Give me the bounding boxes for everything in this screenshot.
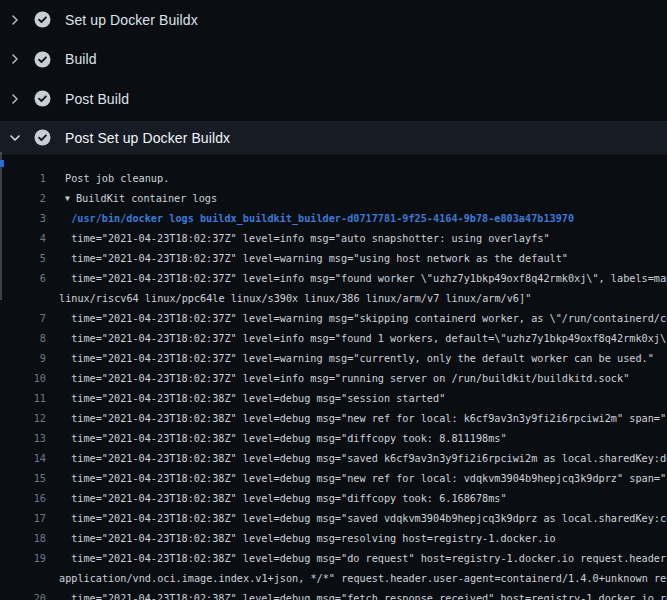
log-line-text: time="2021-04-23T18:02:37Z" level=warnin… bbox=[59, 249, 667, 269]
log-line-text: time="2021-04-23T18:02:38Z" level=debug … bbox=[59, 489, 667, 509]
log-line-number[interactable]: 10 bbox=[0, 369, 46, 389]
log-line-number[interactable] bbox=[0, 289, 46, 309]
step-label: Build bbox=[65, 51, 97, 67]
step-row-build[interactable]: Build bbox=[0, 40, 667, 80]
check-circle-icon bbox=[34, 90, 51, 107]
log-line-number[interactable]: 14 bbox=[0, 449, 46, 469]
log-line: 7 time="2021-04-23T18:02:37Z" level=warn… bbox=[0, 309, 667, 329]
log-line-text: time="2021-04-23T18:02:38Z" level=debug … bbox=[59, 509, 667, 529]
log-line: linux/riscv64 linux/ppc64le linux/s390x … bbox=[0, 289, 667, 309]
log-line-number[interactable]: 17 bbox=[0, 509, 46, 529]
log-line-text: application/vnd.oci.image.index.v1+json,… bbox=[59, 569, 667, 589]
log-line-number[interactable]: 18 bbox=[0, 529, 46, 549]
log-line: 17 time="2021-04-23T18:02:38Z" level=deb… bbox=[0, 509, 667, 529]
log-line-text: time="2021-04-23T18:02:38Z" level=debug … bbox=[59, 429, 667, 449]
log-line: 6 time="2021-04-23T18:02:37Z" level=info… bbox=[0, 269, 667, 289]
log-line-number[interactable]: 19 bbox=[0, 549, 46, 569]
log-line: 12 time="2021-04-23T18:02:38Z" level=deb… bbox=[0, 409, 667, 429]
log-line-number[interactable]: 12 bbox=[0, 409, 46, 429]
log-line-text: time="2021-04-23T18:02:38Z" level=debug … bbox=[59, 469, 667, 489]
log-line: 14 time="2021-04-23T18:02:38Z" level=deb… bbox=[0, 449, 667, 469]
log-line: 15 time="2021-04-23T18:02:38Z" level=deb… bbox=[0, 469, 667, 489]
log-line-text: time="2021-04-23T18:02:38Z" level=debug … bbox=[59, 389, 667, 409]
log-line-text: time="2021-04-23T18:02:38Z" level=debug … bbox=[59, 589, 667, 600]
log-line-number[interactable]: 20 bbox=[0, 589, 46, 600]
step-label: Post Build bbox=[65, 91, 129, 107]
chevron-right-icon bbox=[8, 13, 22, 27]
step-label: Set up Docker Buildx bbox=[65, 12, 198, 28]
log-line-text: time="2021-04-23T18:02:37Z" level=info m… bbox=[59, 329, 667, 349]
step-row-post-setup-docker-buildx[interactable]: Post Set up Docker Buildx bbox=[0, 121, 667, 156]
check-circle-icon bbox=[34, 51, 51, 68]
log-line: 4 time="2021-04-23T18:02:37Z" level=info… bbox=[0, 229, 667, 249]
log-line: 2 ▼ BuildKit container logs bbox=[0, 189, 667, 209]
log-line: 18 time="2021-04-23T18:02:38Z" level=deb… bbox=[0, 529, 667, 549]
step-label: Post Set up Docker Buildx bbox=[65, 130, 230, 146]
log-line-number[interactable]: 13 bbox=[0, 429, 46, 449]
log-line-text: /usr/bin/docker logs buildx_buildkit_bui… bbox=[59, 209, 667, 229]
log-line-text: Post job cleanup. bbox=[59, 169, 667, 189]
log-line-text: time="2021-04-23T18:02:38Z" level=debug … bbox=[59, 529, 667, 549]
log-line-number[interactable]: 1 bbox=[0, 169, 46, 189]
scrollbar-thumb[interactable] bbox=[0, 152, 2, 300]
log-line-number[interactable]: 4 bbox=[0, 229, 46, 249]
log-line-number[interactable]: 2 bbox=[0, 189, 46, 209]
log-line: 11 time="2021-04-23T18:02:38Z" level=deb… bbox=[0, 389, 667, 409]
log-line-text: time="2021-04-23T18:02:37Z" level=warnin… bbox=[59, 309, 667, 329]
check-circle-icon bbox=[34, 11, 51, 28]
log-line-text[interactable]: ▼ BuildKit container logs bbox=[59, 189, 667, 209]
log-line-text: time="2021-04-23T18:02:37Z" level=warnin… bbox=[59, 349, 667, 369]
log-line: 16 time="2021-04-23T18:02:38Z" level=deb… bbox=[0, 489, 667, 509]
actions-log-panel: Set up Docker Buildx Build Post Build Po… bbox=[0, 0, 667, 600]
log-line-number[interactable] bbox=[0, 569, 46, 589]
log-line-number[interactable]: 5 bbox=[0, 249, 46, 269]
log-line-text: time="2021-04-23T18:02:37Z" level=info m… bbox=[59, 229, 667, 249]
log-group-expander-icon[interactable]: ▼ bbox=[65, 189, 70, 209]
log-line: 8 time="2021-04-23T18:02:37Z" level=info… bbox=[0, 329, 667, 349]
log-lines: 1 Post job cleanup. 2 ▼ BuildKit contain… bbox=[0, 156, 667, 600]
check-circle-icon bbox=[34, 129, 51, 146]
log-line: 13 time="2021-04-23T18:02:38Z" level=deb… bbox=[0, 429, 667, 449]
log-line-text: time="2021-04-23T18:02:37Z" level=info m… bbox=[59, 369, 667, 389]
log-line-text: time="2021-04-23T18:02:38Z" level=debug … bbox=[59, 549, 667, 569]
log-line-number[interactable]: 3 bbox=[0, 209, 46, 229]
log-line-number[interactable]: 7 bbox=[0, 309, 46, 329]
scroll-position-indicator bbox=[0, 160, 4, 167]
log-line-number[interactable]: 11 bbox=[0, 389, 46, 409]
step-row-post-build[interactable]: Post Build bbox=[0, 79, 667, 119]
log-line-text: time="2021-04-23T18:02:38Z" level=debug … bbox=[59, 449, 667, 469]
log-line-number[interactable]: 15 bbox=[0, 469, 46, 489]
log-line-number[interactable]: 6 bbox=[0, 269, 46, 289]
log-line: 19 time="2021-04-23T18:02:38Z" level=deb… bbox=[0, 549, 667, 569]
log-line-text: time="2021-04-23T18:02:38Z" level=debug … bbox=[59, 409, 667, 429]
log-line-number[interactable]: 9 bbox=[0, 349, 46, 369]
log-line-number[interactable]: 16 bbox=[0, 489, 46, 509]
log-line: 9 time="2021-04-23T18:02:37Z" level=warn… bbox=[0, 349, 667, 369]
log-line: 1 Post job cleanup. bbox=[0, 169, 667, 189]
log-line: 3 /usr/bin/docker logs buildx_buildkit_b… bbox=[0, 209, 667, 229]
chevron-right-icon bbox=[8, 92, 22, 106]
log-line: 20 time="2021-04-23T18:02:38Z" level=deb… bbox=[0, 589, 667, 600]
chevron-right-icon bbox=[8, 52, 22, 66]
log-line: 5 time="2021-04-23T18:02:37Z" level=warn… bbox=[0, 249, 667, 269]
log-line-text: time="2021-04-23T18:02:37Z" level=info m… bbox=[59, 269, 667, 289]
log-line-number[interactable]: 8 bbox=[0, 329, 46, 349]
step-row-setup-docker-buildx[interactable]: Set up Docker Buildx bbox=[0, 0, 667, 40]
log-line: 10 time="2021-04-23T18:02:37Z" level=inf… bbox=[0, 369, 667, 389]
log-line: application/vnd.oci.image.index.v1+json,… bbox=[0, 569, 667, 589]
chevron-down-icon bbox=[8, 131, 22, 145]
log-line-text: linux/riscv64 linux/ppc64le linux/s390x … bbox=[59, 289, 667, 309]
